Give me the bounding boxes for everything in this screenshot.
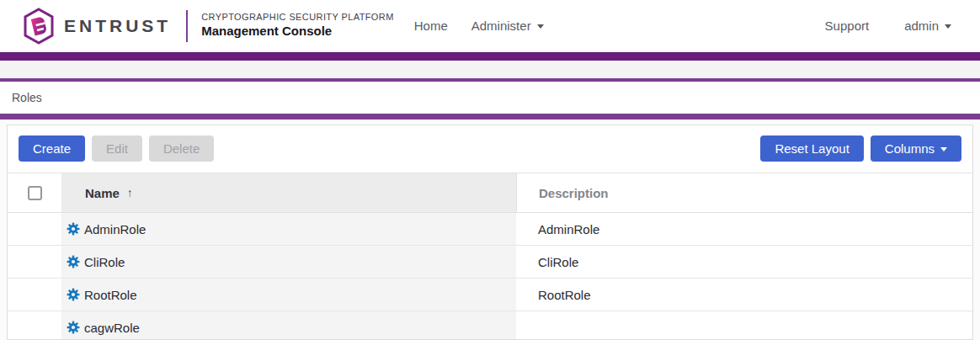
role-description: CliRole: [538, 255, 578, 269]
delete-button[interactable]: Delete: [149, 135, 214, 162]
row-checkbox-cell: [8, 246, 61, 278]
chevron-down-icon: [537, 24, 544, 29]
row-checkbox-cell: [8, 311, 61, 340]
brand-wordmark: ENTRUST: [64, 16, 171, 36]
roles-panel: Create Edit Delete Reset Layout Columns …: [7, 125, 973, 340]
role-description: RootRole: [538, 288, 591, 302]
role-gear-icon: [67, 288, 80, 301]
role-gear-icon: [67, 321, 80, 334]
breadcrumb-roles: Roles: [12, 91, 42, 104]
app-header: ENTRUST CRYPTOGRAPHIC SECURITY PLATFORM …: [0, 0, 980, 52]
purple-band-top: [0, 52, 980, 61]
reset-layout-button[interactable]: Reset Layout: [760, 135, 863, 162]
breadcrumb: Roles: [0, 82, 980, 114]
table-row[interactable]: AdminRole AdminRole: [8, 213, 972, 246]
main-nav: Home Administer: [414, 19, 544, 33]
table-row[interactable]: CliRole CliRole: [8, 246, 972, 279]
edit-button[interactable]: Edit: [92, 135, 142, 162]
table-row[interactable]: cagwRole: [8, 311, 972, 340]
header-checkbox-cell: [8, 173, 61, 212]
page-content: Create Edit Delete Reset Layout Columns …: [0, 120, 980, 340]
purple-band-bottom: [0, 114, 980, 120]
nav-home[interactable]: Home: [414, 19, 448, 33]
gray-strip: [0, 61, 980, 78]
product-title: CRYPTOGRAPHIC SECURITY PLATFORM Manageme…: [201, 12, 394, 40]
role-gear-icon: [67, 222, 80, 236]
sort-ascending-icon: ↑: [127, 186, 133, 199]
user-menu[interactable]: admin: [904, 19, 951, 33]
role-name: RootRole: [84, 288, 137, 302]
platform-line: CRYPTOGRAPHIC SECURITY PLATFORM: [201, 12, 394, 24]
table-header-row: Name ↑ Description: [8, 173, 972, 213]
columns-button[interactable]: Columns: [871, 135, 961, 162]
role-gear-icon: [67, 255, 80, 268]
role-name: CliRole: [84, 255, 125, 269]
row-checkbox-cell: [8, 213, 61, 245]
nav-administer[interactable]: Administer: [471, 19, 544, 33]
table-row[interactable]: RootRole RootRole: [8, 279, 972, 311]
chevron-down-icon: [945, 24, 951, 29]
column-header-description[interactable]: Description: [516, 173, 972, 212]
role-name: cagwRole: [84, 321, 140, 335]
row-checkbox-cell: [8, 279, 61, 311]
select-all-checkbox[interactable]: [28, 186, 42, 200]
product-line: Management Console: [201, 24, 394, 40]
header-right-nav: Support admin: [825, 19, 951, 33]
role-description: AdminRole: [538, 222, 599, 236]
nav-support[interactable]: Support: [825, 19, 870, 33]
column-header-name[interactable]: Name ↑: [61, 173, 516, 212]
entrust-logo-icon: [22, 8, 56, 45]
role-name: AdminRole: [84, 222, 146, 236]
brand-divider: [186, 10, 188, 42]
create-button[interactable]: Create: [19, 135, 85, 162]
roles-toolbar: Create Edit Delete Reset Layout Columns: [8, 125, 972, 173]
chevron-down-icon: [940, 147, 947, 151]
